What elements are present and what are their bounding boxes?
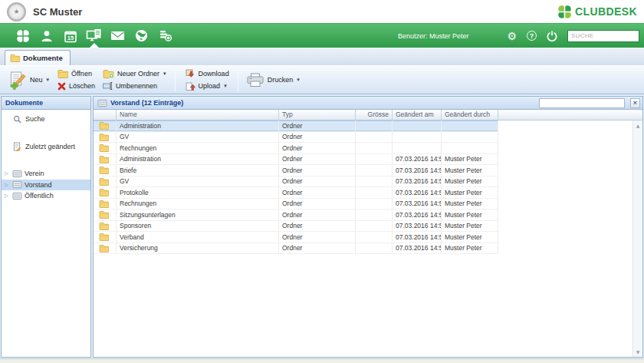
- table-row[interactable]: RechnungenOrdner: [94, 143, 498, 154]
- cell-name: Rechnungen: [117, 199, 279, 210]
- cell-groesse: [356, 177, 393, 187]
- settings-gear-icon[interactable]: ⚙: [507, 31, 517, 41]
- column-header-groesse[interactable]: Grösse: [356, 110, 393, 120]
- delete-button[interactable]: Löschen: [55, 81, 97, 91]
- open-button[interactable]: Öffnen: [55, 69, 97, 79]
- cell-name: Verband: [117, 232, 279, 243]
- table-row[interactable]: VerbandOrdner07.03.2016 14:59Muster Pete…: [94, 232, 498, 243]
- table-row[interactable]: AdministrationOrdner07.03.2016 14:57Must…: [94, 154, 498, 166]
- print-button[interactable]: Drucken▾: [243, 72, 303, 88]
- cell-name: Sitzungsunterlagen: [117, 210, 279, 220]
- sidebar-tree-item-öffentlich[interactable]: ▷Öffentlich: [2, 190, 90, 202]
- table-row[interactable]: SitzungsunterlagenOrdner07.03.2016 14:58…: [94, 210, 498, 221]
- new-button[interactable]: Neu▾: [6, 70, 52, 91]
- caret-down-icon: ▾: [47, 77, 50, 83]
- cell-name: Administration: [117, 154, 279, 165]
- finance-icon[interactable]: [153, 24, 177, 48]
- rename-button[interactable]: Umbenennen: [100, 81, 169, 91]
- cell-typ: Ordner: [279, 243, 356, 254]
- table-row[interactable]: VersicherungOrdner07.03.2016 14:59Muster…: [94, 243, 498, 255]
- cell-groesse: [356, 232, 393, 243]
- column-header-geaendert-am[interactable]: Geändert am: [393, 110, 442, 120]
- sidebar-tree-item-verein[interactable]: ▷Verein: [2, 168, 90, 180]
- grid-filter-input[interactable]: [539, 98, 625, 108]
- expander-icon[interactable]: ▷: [5, 182, 10, 188]
- clover-home-icon[interactable]: [11, 24, 34, 48]
- close-filter-icon[interactable]: ×: [630, 98, 640, 108]
- grid-title-bar: Vorstand (12 Einträge) ×: [94, 97, 642, 110]
- folder-tree: ▷Verein▷Vorstand▷Öffentlich: [2, 168, 90, 202]
- folder-icon: [94, 221, 117, 232]
- new-folder-button[interactable]: Neuer Ordner▾: [100, 69, 169, 79]
- table-row[interactable]: AdministrationOrdner: [94, 120, 498, 132]
- cell-modified_by: Muster Peter: [442, 210, 498, 220]
- cell-modified_by: Muster Peter: [442, 187, 498, 198]
- tree-item-label: Verein: [25, 170, 44, 177]
- cell-name: Protokolle: [117, 187, 279, 198]
- cell-modified_by: Muster Peter: [442, 199, 498, 210]
- expander-icon[interactable]: ▷: [5, 170, 10, 177]
- upload-button[interactable]: Upload▾: [183, 81, 232, 91]
- tab-dokumente[interactable]: Dokumente: [5, 50, 71, 65]
- vertical-scrollbar[interactable]: ▲ ▼: [632, 120, 642, 357]
- website-globe-icon[interactable]: [130, 24, 153, 48]
- global-search-input[interactable]: [567, 30, 639, 42]
- cell-groesse: [356, 187, 393, 198]
- cell-typ: Ordner: [279, 143, 356, 153]
- cell-modified: 07.03.2016 14:58: [393, 199, 442, 210]
- download-button[interactable]: Download: [183, 69, 232, 79]
- cell-name: Rechnungen: [117, 143, 279, 153]
- cell-typ: Ordner: [279, 221, 356, 232]
- cell-modified: 07.03.2016 14:58: [393, 187, 442, 198]
- cell-name: Versicherung: [117, 243, 279, 254]
- mail-envelope-icon[interactable]: [106, 24, 130, 48]
- cell-groesse: [356, 154, 393, 165]
- main-panel: Vorstand (12 Einträge) × Name Typ Grösse…: [93, 96, 643, 358]
- folder-tab-icon: [10, 54, 20, 62]
- logout-power-icon[interactable]: [547, 31, 557, 41]
- help-icon[interactable]: ?: [527, 31, 537, 41]
- cell-modified: 07.03.2016 14:57: [393, 154, 442, 165]
- cell-groesse: [356, 210, 393, 220]
- calendar-icon[interactable]: 15: [58, 24, 82, 48]
- cell-modified: 07.03.2016 14:59: [393, 232, 442, 243]
- sidebar-item-zuletzt-geaendert[interactable]: Zuletzt geändert: [2, 141, 90, 152]
- folder-icon: [94, 132, 117, 143]
- column-header-name[interactable]: Name: [117, 110, 279, 120]
- expander-icon[interactable]: ▷: [5, 193, 10, 199]
- content-area: Dokumente Suche: [0, 94, 644, 358]
- sidebar-tree-item-vorstand[interactable]: ▷Vorstand: [2, 180, 90, 191]
- cell-name: GV: [117, 177, 279, 187]
- scroll-up-icon[interactable]: ▲: [636, 123, 640, 128]
- new-folder-icon: [103, 69, 114, 78]
- sidebar-body: Suche Zuletzt geändert ▷Verein▷Vorstand▷…: [2, 110, 90, 357]
- column-header-icon[interactable]: [94, 110, 117, 120]
- cell-groesse: [356, 143, 393, 153]
- cell-modified: 07.03.2016 14:57: [393, 165, 442, 176]
- cell-groesse: [356, 221, 393, 232]
- grid-column-headers: Name Typ Grösse Geändert am Geändert dur…: [94, 110, 642, 120]
- main-navbar: 15: [0, 23, 644, 48]
- table-row[interactable]: RechnungenOrdner07.03.2016 14:58Muster P…: [94, 199, 498, 210]
- app-header: ★ SC Muster CLUBDESK: [0, 0, 644, 23]
- table-row[interactable]: GVOrdner: [94, 132, 498, 144]
- cell-modified_by: Muster Peter: [442, 232, 498, 243]
- cell-typ: Ordner: [279, 132, 356, 143]
- folder-icon: [94, 165, 117, 176]
- documents-icon[interactable]: [82, 24, 106, 48]
- cell-groesse: [356, 243, 393, 254]
- cell-modified: [393, 120, 442, 131]
- scroll-down-icon[interactable]: ▼: [636, 349, 640, 355]
- folder-icon: [94, 120, 117, 131]
- column-header-typ[interactable]: Typ: [279, 110, 356, 120]
- cell-typ: Ordner: [279, 154, 356, 165]
- table-row[interactable]: ProtokolleOrdner07.03.2016 14:58Muster P…: [94, 187, 498, 199]
- sidebar-item-suche[interactable]: Suche: [2, 114, 90, 124]
- table-row[interactable]: SponsorenOrdner07.03.2016 14:58Muster Pe…: [94, 221, 498, 233]
- contacts-person-icon[interactable]: [34, 24, 58, 48]
- table-row[interactable]: GVOrdner07.03.2016 14:57Muster Peter: [94, 177, 498, 188]
- column-header-geaendert-durch[interactable]: Geändert durch: [442, 110, 498, 120]
- folder-icon: [94, 143, 117, 153]
- table-row[interactable]: BriefeOrdner07.03.2016 14:57Muster Peter: [94, 165, 498, 177]
- search-icon: [13, 115, 21, 124]
